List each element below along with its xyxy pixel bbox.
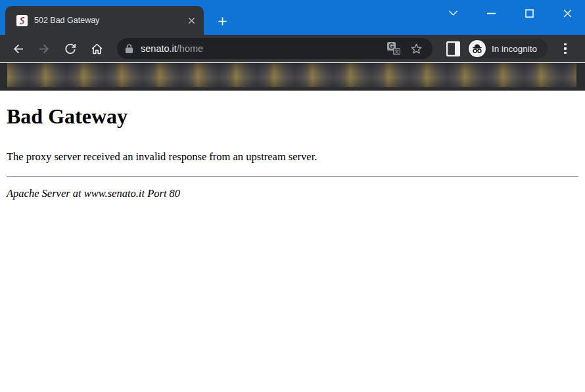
maximize-icon	[525, 9, 534, 18]
browser-tab[interactable]: 502 Bad Gateway	[5, 6, 204, 35]
incognito-avatar	[469, 40, 486, 57]
close-icon	[563, 9, 572, 18]
side-panel-icon	[446, 41, 460, 56]
server-signature: Apache Server at www.senato.it Port 80	[7, 187, 578, 200]
three-dot-menu-icon	[564, 43, 567, 46]
translate-icon: G 文	[387, 42, 400, 55]
close-window-button[interactable]	[558, 5, 576, 21]
close-icon	[188, 17, 195, 24]
incognito-label: In incognito	[492, 44, 537, 54]
side-panel-button[interactable]	[445, 40, 461, 57]
lock-icon[interactable]	[125, 43, 133, 54]
plus-icon	[218, 16, 227, 26]
maximize-button[interactable]	[520, 5, 538, 21]
error-page: Bad Gateway The proxy server received an…	[0, 104, 585, 200]
senato-favicon-icon	[16, 15, 28, 26]
window-titlebar: 502 Bad Gateway	[0, 0, 585, 35]
arrow-left-icon	[11, 42, 25, 56]
minimize-icon	[487, 12, 496, 14]
page-banner-band	[0, 63, 585, 91]
url-domain: senato.it	[141, 43, 177, 54]
tab-close-button[interactable]	[185, 14, 197, 26]
url-path: /home	[177, 43, 203, 54]
browser-menu-button[interactable]	[555, 39, 575, 58]
forward-button[interactable]	[31, 37, 57, 60]
star-icon	[410, 42, 423, 56]
arrow-right-icon	[37, 42, 51, 56]
bookmark-button[interactable]	[408, 40, 425, 57]
translate-button[interactable]: G 文	[385, 40, 402, 57]
error-message: The proxy server received an invalid res…	[7, 150, 578, 163]
url-text[interactable]: senato.it/home	[141, 43, 385, 54]
columns-banner-image	[7, 63, 576, 87]
tab-search-button[interactable]	[444, 5, 462, 21]
tab-title: 502 Bad Gateway	[34, 16, 185, 25]
incognito-icon	[471, 43, 483, 54]
new-tab-button[interactable]	[213, 12, 231, 30]
minimize-button[interactable]	[482, 5, 500, 21]
chevron-down-icon	[448, 10, 458, 16]
address-bar[interactable]: senato.it/home G 文	[117, 38, 433, 59]
browser-toolbar: senato.it/home G 文	[0, 35, 585, 62]
divider	[7, 176, 578, 177]
back-button[interactable]	[5, 37, 31, 60]
home-icon	[90, 42, 104, 56]
error-heading: Bad Gateway	[7, 104, 578, 129]
reload-icon	[64, 42, 77, 55]
reload-button[interactable]	[57, 37, 83, 60]
incognito-badge[interactable]: In incognito	[467, 39, 548, 58]
home-button[interactable]	[83, 37, 110, 60]
